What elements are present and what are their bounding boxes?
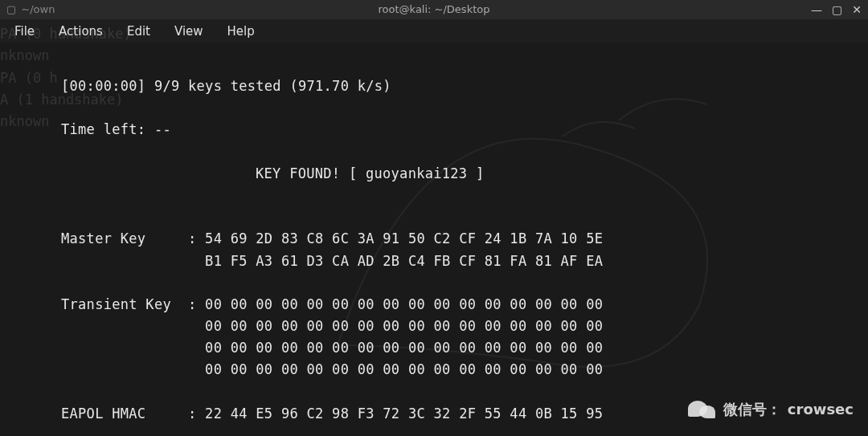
menu-view[interactable]: View: [163, 18, 215, 44]
transient-key-line-1: 00 00 00 00 00 00 00 00 00 00 00 00 00 0…: [205, 296, 612, 312]
window-title: root@kali: ~/Desktop: [379, 2, 490, 18]
eapol-hmac-label: EAPOL HMAC :: [61, 405, 205, 422]
transient-key-line-2: 00 00 00 00 00 00 00 00 00 00 00 00 00 0…: [61, 318, 612, 334]
maximize-button[interactable]: ▢: [832, 1, 842, 18]
terminal-output[interactable]: [00:00:00] 9/9 keys tested (971.70 k/s) …: [0, 43, 868, 425]
menu-file[interactable]: File: [3, 18, 46, 44]
menu-actions[interactable]: Actions: [47, 18, 114, 44]
line-keys-tested: [00:00:00] 9/9 keys tested (971.70 k/s): [61, 78, 391, 94]
watermark-label: 微信号：: [723, 398, 781, 422]
title-bar: ▢ ~/own root@kali: ~/Desktop — ▢ ✕: [0, 0, 868, 19]
title-bar-left: ▢ ~/own: [6, 2, 55, 18]
menu-edit[interactable]: Edit: [116, 18, 162, 44]
title-tab-text: ~/own: [21, 2, 55, 18]
transient-key-label: Transient Key :: [61, 296, 205, 312]
master-key-label: Master Key :: [61, 230, 205, 247]
menu-help[interactable]: Help: [216, 18, 266, 44]
minimize-button[interactable]: —: [811, 1, 822, 18]
watermark-value: crowsec: [788, 398, 854, 422]
line-key-found: KEY FOUND! [ guoyankai123 ]: [61, 165, 484, 181]
line-time-left: Time left: --: [61, 121, 171, 137]
transient-key-line-4: 00 00 00 00 00 00 00 00 00 00 00 00 00 0…: [61, 361, 612, 377]
transient-key-line-3: 00 00 00 00 00 00 00 00 00 00 00 00 00 0…: [61, 340, 612, 356]
master-key-line-1: 54 69 2D 83 C8 6C 3A 91 50 C2 CF 24 1B 7…: [205, 230, 612, 247]
close-button[interactable]: ✕: [852, 1, 862, 18]
window-controls: — ▢ ✕: [811, 1, 862, 18]
wechat-icon: [688, 397, 717, 422]
eapol-hmac-line-1: 22 44 E5 96 C2 98 F3 72 3C 32 2F 55 44 0…: [205, 405, 612, 422]
terminal-tab-icon: ▢: [6, 2, 16, 18]
menu-bar: File Actions Edit View Help: [0, 19, 868, 43]
watermark: 微信号：crowsec: [688, 397, 854, 422]
master-key-line-2: B1 F5 A3 61 D3 CA AD 2B C4 FB CF 81 FA 8…: [61, 253, 612, 269]
